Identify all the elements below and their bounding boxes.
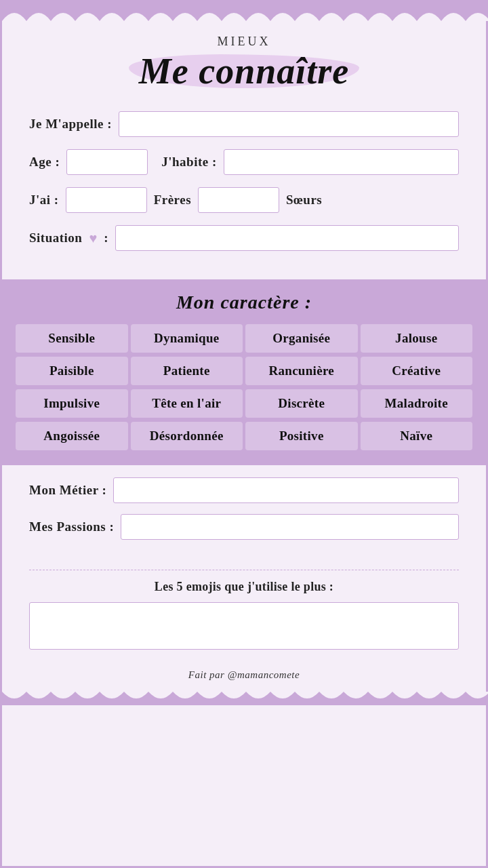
personality-item-9[interactable]: Tête en l'air [131, 389, 243, 418]
personality-item-13[interactable]: Désordonnée [131, 422, 243, 450]
personality-item-12[interactable]: Angoissée [16, 422, 128, 450]
habite-label: J'habite : [161, 155, 217, 170]
personality-item-10[interactable]: Discrète [245, 389, 358, 418]
personality-title: Mon caractère : [16, 292, 472, 313]
footer-text: Fait par @mamancomete [188, 669, 300, 680]
passions-label: Mes passions : [29, 519, 114, 534]
personality-item-15[interactable]: Naïve [361, 422, 473, 450]
freres-soeurs-row: J'ai : Frères Sœurs [29, 187, 459, 213]
age-input[interactable] [66, 149, 148, 175]
name-row: Je m'appelle : [29, 111, 459, 137]
personality-item-7[interactable]: Créative [361, 357, 473, 385]
heart-icon: ♥ [89, 231, 97, 246]
emoji-section: Les 5 emojis que j'utilise le plus : [2, 563, 486, 663]
personality-item-2[interactable]: Organisée [245, 324, 358, 353]
age-habite-row: Age : J'habite : [29, 149, 459, 175]
jai-label: J'ai : [29, 193, 59, 208]
form-section: Je m'appelle : Age : J'habite : J'ai : F… [2, 99, 486, 275]
personality-item-5[interactable]: Patiente [131, 357, 243, 385]
header: mieux Me connaître [2, 21, 486, 99]
personality-item-3[interactable]: Jalouse [361, 324, 473, 353]
situation-input[interactable] [115, 225, 459, 251]
emoji-label: Les 5 emojis que j'utilise le plus : [29, 580, 459, 594]
personality-grid: SensibleDynamiqueOrganiséeJalousePaisibl… [16, 324, 472, 450]
emoji-box[interactable] [29, 602, 459, 650]
metier-input[interactable] [113, 477, 459, 503]
lower-section: Mon métier : Mes passions : [2, 465, 486, 563]
personality-item-11[interactable]: Maladroite [361, 389, 473, 418]
scallop-border-top [2, 2, 488, 21]
situation-colon: : [104, 231, 108, 245]
personality-item-0[interactable]: Sensible [16, 324, 128, 353]
scallop-border-bottom [2, 692, 488, 705]
name-label: Je m'appelle : [29, 117, 112, 132]
passions-row: Mes passions : [29, 514, 459, 540]
personality-item-6[interactable]: Rancunière [245, 357, 358, 385]
footer: Fait par @mamancomete [2, 663, 486, 692]
soeurs-label: Sœurs [286, 193, 322, 208]
situation-row: Situation ♥ : [29, 225, 459, 251]
freres-input[interactable] [66, 187, 147, 213]
title-wrapper: Me connaître [139, 50, 350, 92]
situation-label: Situation [29, 231, 82, 245]
metier-row: Mon métier : [29, 477, 459, 503]
page: mieux Me connaître Je m'appelle : Age : … [0, 0, 488, 868]
personality-section: Mon caractère : SensibleDynamiqueOrganis… [2, 279, 486, 465]
personality-item-8[interactable]: Impulsive [16, 389, 128, 418]
personality-item-1[interactable]: Dynamique [131, 324, 243, 353]
soeurs-input[interactable] [198, 187, 279, 213]
divider [29, 570, 459, 570]
svg-rect-0 [2, 2, 488, 21]
main-title: Me connaître [139, 50, 350, 92]
personality-item-4[interactable]: Paisible [16, 357, 128, 385]
freres-label: Frères [154, 193, 191, 208]
subtitle: mieux [29, 35, 459, 49]
age-label: Age : [29, 155, 60, 170]
passions-input[interactable] [121, 514, 459, 540]
metier-label: Mon métier : [29, 483, 106, 498]
name-input[interactable] [119, 111, 459, 137]
habite-input[interactable] [224, 149, 459, 175]
personality-item-14[interactable]: Positive [245, 422, 358, 450]
